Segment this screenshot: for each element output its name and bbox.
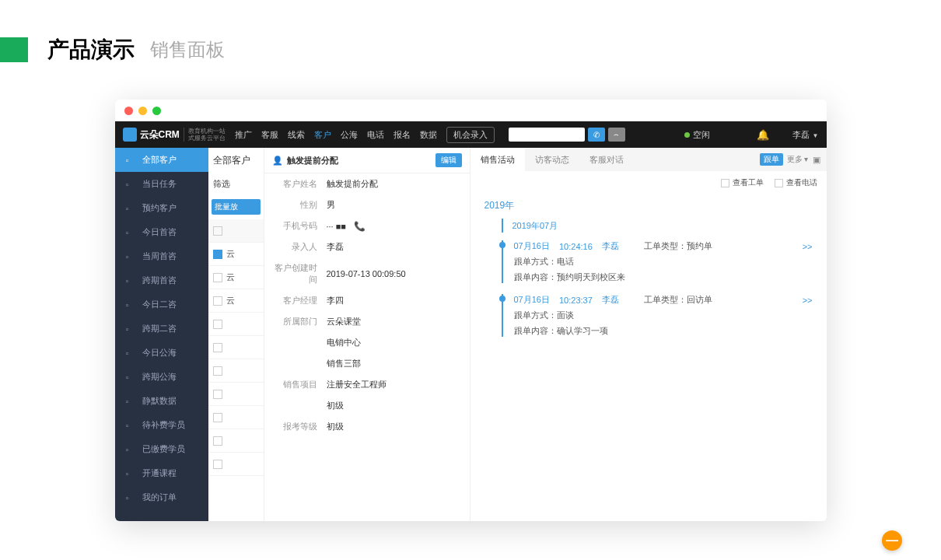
- call-button[interactable]: ✆: [588, 128, 605, 142]
- detail-value: 李磊: [327, 241, 344, 253]
- bell-icon[interactable]: 🔔: [757, 129, 769, 141]
- sidebar-item-label: 预约客户: [142, 202, 177, 214]
- menu-icon: ▫: [126, 324, 135, 334]
- list-column: 全部客户 筛选 批量放 云云云: [208, 148, 264, 521]
- more-button[interactable]: 更多 ▾: [787, 154, 809, 165]
- entry-content: 跟单内容：预约明天到校区来: [514, 271, 813, 283]
- row-checkbox[interactable]: [213, 390, 222, 399]
- followup-tag[interactable]: 跟单: [760, 153, 783, 166]
- sidebar-item[interactable]: ▫我的订单: [115, 485, 208, 509]
- entry-user: 李磊: [602, 294, 619, 306]
- close-dot[interactable]: [124, 107, 133, 115]
- hangup-button[interactable]: ⌢: [608, 128, 625, 142]
- list-row[interactable]: 云: [208, 266, 264, 289]
- row-checkbox[interactable]: [213, 250, 222, 259]
- minimize-dot[interactable]: [138, 107, 147, 115]
- row-checkbox[interactable]: [213, 366, 222, 376]
- row-checkbox[interactable]: [213, 436, 222, 446]
- status[interactable]: 空闲: [684, 129, 710, 141]
- list-row[interactable]: [208, 406, 264, 429]
- nav-item[interactable]: 数据: [420, 129, 437, 141]
- tab-actions: 跟单 更多 ▾ ▣: [760, 153, 820, 166]
- sidebar: ▫全部客户▫当日任务▫预约客户▫今日首咨▫当周首咨▫跨期首咨▫今日二咨▫跨期二咨…: [115, 148, 208, 521]
- list-row[interactable]: [208, 429, 264, 453]
- nav-item[interactable]: 公海: [341, 129, 358, 141]
- nav-item[interactable]: 电话: [367, 129, 384, 141]
- list-row[interactable]: [208, 336, 264, 359]
- row-checkbox[interactable]: [213, 343, 222, 352]
- batch-button[interactable]: 批量放: [212, 199, 261, 215]
- view-ticket-option[interactable]: 查看工单: [721, 177, 764, 188]
- entry-button[interactable]: 机会录入: [446, 127, 495, 143]
- sidebar-item[interactable]: ▫全部客户: [115, 148, 208, 172]
- tab[interactable]: 访客动态: [525, 148, 579, 171]
- detail-value: ··· ■■: [327, 222, 347, 231]
- nav-item[interactable]: 客户: [314, 129, 331, 141]
- edit-button[interactable]: 编辑: [436, 153, 462, 167]
- sidebar-item[interactable]: ▫今日公海: [115, 341, 208, 365]
- detail-row: 客户姓名触发提前分配: [264, 173, 470, 194]
- detail-row: 初级: [264, 395, 470, 416]
- maximize-dot[interactable]: [152, 107, 161, 115]
- sidebar-item-label: 我的订单: [142, 492, 177, 503]
- detail-row: 电销中心: [264, 332, 470, 353]
- phone-icon[interactable]: 📞: [354, 221, 366, 232]
- detail-label: 性别: [272, 199, 327, 211]
- nav-item[interactable]: 推广: [235, 129, 252, 141]
- expand-button[interactable]: >>: [803, 296, 813, 305]
- menu-icon: ▫: [126, 228, 135, 237]
- detail-label: 销售项目: [272, 379, 327, 390]
- nav-item[interactable]: 客服: [261, 129, 278, 141]
- list-row[interactable]: 云: [208, 243, 264, 266]
- view-call-option[interactable]: 查看电话: [775, 177, 817, 188]
- activity-panel: 销售活动访客动态客服对话 跟单 更多 ▾ ▣ 查看工单 查看电话 2019年: [471, 148, 827, 521]
- sidebar-item[interactable]: ▫开通课程: [115, 461, 208, 485]
- user-menu[interactable]: 李磊▼: [792, 129, 819, 141]
- sidebar-item[interactable]: ▫跨期公海: [115, 365, 208, 389]
- sidebar-item[interactable]: ▫今日首咨: [115, 220, 208, 244]
- topbar: 云朵CRM 教育机构一站 式服务云平台 推广客服线索客户公海电话报名数据 机会录…: [115, 121, 827, 148]
- sidebar-item[interactable]: ▫跨期首咨: [115, 268, 208, 292]
- list-row[interactable]: [208, 359, 264, 383]
- tab-bar: 销售活动访客动态客服对话 跟单 更多 ▾ ▣: [471, 148, 827, 171]
- expand-button[interactable]: >>: [803, 242, 813, 251]
- row-checkbox[interactable]: [213, 460, 222, 469]
- accent-block: [0, 37, 28, 62]
- list-row[interactable]: 云: [208, 289, 264, 313]
- sidebar-item-label: 跨期二咨: [142, 323, 177, 334]
- menu-icon: ▫: [126, 348, 135, 358]
- nav-item[interactable]: 报名: [394, 129, 411, 141]
- sidebar-item[interactable]: ▫当周首咨: [115, 244, 208, 268]
- row-checkbox[interactable]: [213, 413, 222, 422]
- sidebar-item-label: 静默数据: [142, 395, 177, 407]
- menu-icon: ▫: [126, 421, 135, 430]
- nav-item[interactable]: 线索: [288, 129, 305, 141]
- sidebar-item[interactable]: ▫已缴费学员: [115, 437, 208, 461]
- select-all-checkbox[interactable]: [213, 226, 222, 236]
- entry-method: 跟单方式：面谈: [514, 310, 813, 321]
- view-options: 查看工单 查看电话: [471, 171, 827, 194]
- list-row[interactable]: [208, 453, 264, 476]
- filter-label[interactable]: 筛选: [208, 173, 264, 194]
- list-header-row: [208, 219, 264, 243]
- tab[interactable]: 客服对话: [579, 148, 634, 171]
- row-checkbox[interactable]: [213, 320, 222, 329]
- checkbox-icon: [721, 179, 729, 187]
- sidebar-item[interactable]: ▫跨期二咨: [115, 317, 208, 341]
- sidebar-item[interactable]: ▫今日二咨: [115, 292, 208, 317]
- list-row[interactable]: [208, 313, 264, 336]
- fullscreen-icon[interactable]: ▣: [813, 155, 820, 165]
- list-row[interactable]: [208, 383, 264, 406]
- row-checkbox[interactable]: [213, 296, 222, 306]
- sidebar-item[interactable]: ▫待补费学员: [115, 413, 208, 437]
- detail-value: 男: [327, 199, 335, 211]
- search-wrap: ✆ ⌢: [509, 128, 625, 142]
- sidebar-item[interactable]: ▫静默数据: [115, 389, 208, 413]
- row-checkbox[interactable]: [213, 273, 222, 282]
- tab[interactable]: 销售活动: [471, 148, 525, 171]
- chevron-down-icon: ▼: [813, 132, 819, 139]
- search-input[interactable]: [509, 128, 585, 142]
- logo[interactable]: 云朵CRM 教育机构一站 式服务云平台: [123, 128, 226, 142]
- sidebar-item[interactable]: ▫预约客户: [115, 196, 208, 220]
- sidebar-item[interactable]: ▫当日任务: [115, 172, 208, 196]
